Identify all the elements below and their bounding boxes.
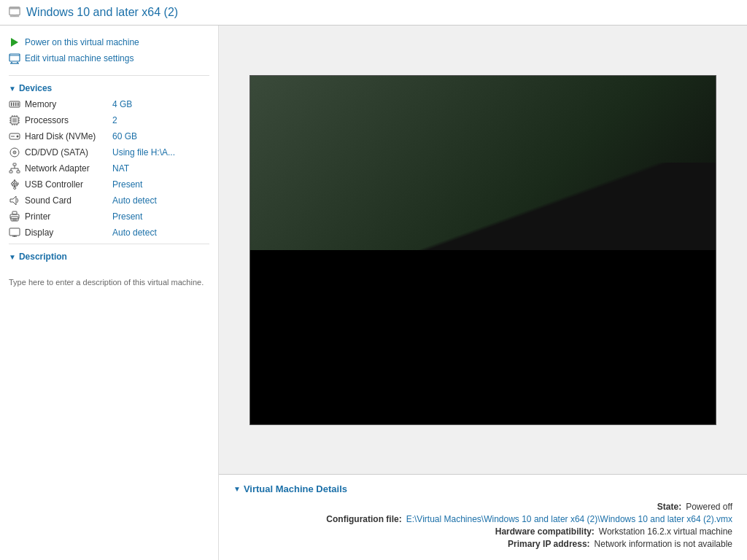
svg-rect-16 [12,118,17,122]
svg-point-45 [12,183,14,185]
svg-point-34 [14,152,15,153]
device-network[interactable]: Network Adapter NAT [6,160,212,176]
memory-value: 4 GB [112,99,132,109]
svg-rect-2 [10,15,19,17]
device-memory[interactable]: Memory 4 GB [6,96,212,112]
edit-settings-label: Edit virtual machine settings [25,53,133,63]
cdrom-value: Using file H:\A... [112,147,175,158]
content-area: Power on this virtual machine Edit virtu… [0,26,747,560]
device-processors[interactable]: Processors 2 [6,112,212,128]
harddisk-label: Hard Disk (NVMe) [25,131,112,141]
display-label: Display [25,228,112,238]
vm-details-arrow-icon: ▼ [233,485,241,493]
svg-rect-37 [17,171,20,173]
ip-value: Network information is not available [595,539,732,549]
memory-label: Memory [25,99,112,109]
svg-rect-1 [9,7,20,9]
display-icon [9,227,20,238]
vm-details-section: ▼ Virtual Machine Details State: Powered… [219,474,747,560]
vm-detail-state-row: State: Powered off [233,502,732,512]
network-label: Network Adapter [25,163,112,174]
config-label: Configuration file: [326,514,401,524]
vm-screen[interactable] [249,75,716,425]
main-container: Windows 10 and later x64 (2) Power on th… [0,0,747,560]
usb-value: Present [112,179,142,190]
processors-label: Processors [25,115,112,125]
vm-details-title: Virtual Machine Details [244,483,347,494]
svg-rect-54 [12,211,17,214]
svg-marker-4 [11,38,18,47]
svg-rect-3 [13,15,16,16]
display-value: Auto detect [112,228,157,238]
network-value: NAT [112,163,129,174]
description-header-label: Description [19,252,67,262]
sound-icon [9,195,20,206]
harddisk-icon [9,131,20,142]
config-value: E:\Virtual Machines\Windows 10 and later… [406,514,732,524]
divider-2 [9,244,209,244]
title-bar: Windows 10 and later x64 (2) [0,0,747,26]
state-label: State: [657,502,681,512]
hardware-label: Hardware compatibility: [495,526,595,537]
svg-rect-35 [13,163,16,166]
svg-rect-46 [16,183,18,184]
vm-window-icon [9,7,20,18]
power-on-action[interactable]: Power on this virtual machine [9,34,209,50]
vm-detail-ip-row: Primary IP address: Network information … [233,539,732,549]
device-usb[interactable]: USB Controller Present [6,176,212,192]
sound-label: Sound Card [25,195,112,206]
right-panel: ▼ Virtual Machine Details State: Powered… [219,26,747,560]
window-title: Windows 10 and later x64 (2) [26,6,178,19]
processors-value: 2 [112,115,117,125]
vm-detail-hardware-row: Hardware compatibility: Workstation 16.2… [233,526,732,537]
harddisk-value: 60 GB [112,131,137,141]
edit-settings-action[interactable]: Edit virtual machine settings [9,50,209,66]
state-value: Powered off [686,502,732,512]
printer-icon [9,211,20,222]
svg-rect-11 [11,103,12,106]
devices-arrow-icon: ▼ [9,85,16,93]
svg-rect-14 [18,103,19,106]
actions-section: Power on this virtual machine Edit virtu… [0,31,218,72]
description-section-header[interactable]: ▼ Description [0,247,218,265]
hardware-value: Workstation 16.2.x virtual machine [599,526,732,537]
svg-point-51 [14,187,16,190]
usb-label: USB Controller [25,179,112,190]
device-harddisk[interactable]: Hard Disk (NVMe) 60 GB [6,128,212,144]
sound-value: Auto detect [112,195,157,206]
device-cdrom[interactable]: CD/DVD (SATA) Using file H:\A... [6,144,212,160]
settings-icon [9,52,20,64]
memory-icon [9,98,20,110]
svg-rect-13 [15,103,17,106]
device-printer[interactable]: Printer Present [6,209,212,225]
description-arrow-icon: ▼ [9,253,16,261]
device-sound[interactable]: Sound Card Auto detect [6,192,212,209]
devices-section-header[interactable]: ▼ Devices [0,79,218,96]
description-section: Type here to enter a description of this… [0,271,218,295]
printer-value: Present [112,211,142,222]
printer-label: Printer [25,211,112,222]
description-placeholder[interactable]: Type here to enter a description of this… [9,273,209,292]
ip-label: Primary IP address: [508,539,590,549]
vm-screen-bg-bottom [250,250,716,424]
usb-icon [9,179,20,190]
device-display[interactable]: Display Auto detect [6,225,212,241]
svg-rect-58 [9,228,20,236]
vm-details-table: State: Powered off Configuration file: E… [233,502,732,549]
cdrom-icon [9,147,20,158]
vm-preview-area [219,26,747,474]
network-icon [9,163,20,174]
processor-icon [9,114,20,126]
svg-point-30 [17,136,19,138]
cdrom-label: CD/DVD (SATA) [25,147,112,158]
play-icon [9,36,20,48]
device-list: Memory 4 GB Processors 2 Hard Disk [0,96,218,241]
devices-header-label: Devices [19,83,52,93]
svg-rect-36 [9,171,12,173]
vm-details-header[interactable]: ▼ Virtual Machine Details [233,483,732,494]
vm-detail-config-row: Configuration file: E:\Virtual Machines\… [233,514,732,524]
svg-rect-12 [13,103,15,106]
left-panel: Power on this virtual machine Edit virtu… [0,26,219,560]
svg-marker-52 [10,196,16,205]
divider-1 [9,75,209,76]
